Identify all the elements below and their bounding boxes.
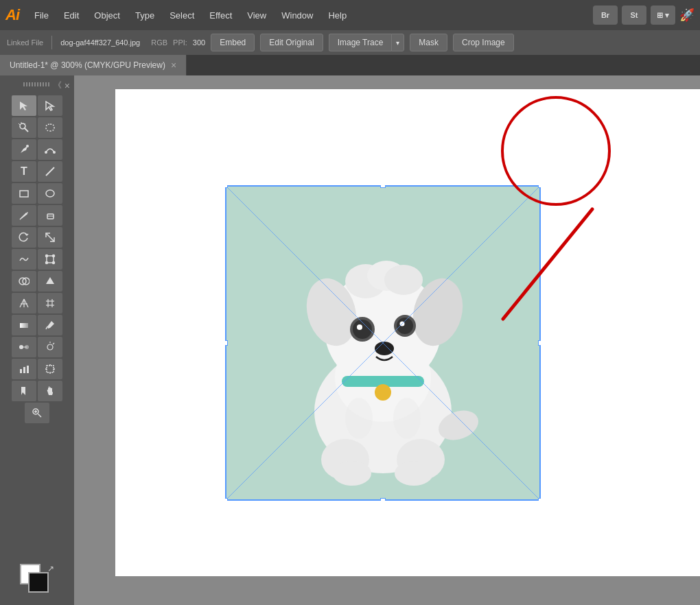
blend-tool-button[interactable] (12, 337, 36, 357)
rocket-icon: 🚀 (679, 8, 695, 23)
ppi-value: 300 (193, 38, 205, 47)
warp-tool-button[interactable] (12, 249, 36, 270)
wand-lasso-row (3, 117, 71, 138)
free-transform-button[interactable] (38, 249, 62, 270)
handle-top-left[interactable] (225, 185, 228, 188)
svg-point-76 (345, 398, 373, 439)
image-trace-group: Image Trace ▾ (329, 34, 405, 51)
svg-point-21 (53, 262, 55, 264)
scale-tool-button[interactable] (38, 227, 62, 248)
svg-point-69 (357, 324, 362, 330)
handle-top-mid[interactable] (380, 185, 386, 188)
menu-window[interactable]: Window (275, 8, 320, 23)
graph-artboard-row (3, 359, 71, 379)
symbol-sprayer-button[interactable] (38, 337, 62, 357)
pencil-tool-button[interactable] (12, 205, 36, 226)
document-tab[interactable]: Untitled-1* @ 300% (CMYK/GPU Preview) × (0, 55, 187, 75)
zoom-row (3, 403, 71, 423)
svg-line-13 (20, 218, 21, 220)
ellipse-tool-button[interactable] (38, 183, 62, 204)
rotate-tool-button[interactable] (12, 227, 36, 248)
image-container[interactable] (225, 185, 541, 501)
menu-effect[interactable]: Effect (202, 8, 239, 23)
mask-button[interactable]: Mask (410, 34, 447, 51)
eyedropper-button[interactable] (38, 315, 62, 335)
svg-point-72 (400, 322, 405, 327)
svg-line-34 (46, 327, 47, 329)
color-swatches-area: ↗ (20, 564, 54, 601)
menu-help[interactable]: Help (321, 8, 353, 23)
slice-tool-button[interactable] (12, 381, 36, 401)
curvature-tool-button[interactable] (38, 139, 62, 160)
direct-selection-tool-button[interactable] (38, 95, 62, 116)
shape-builder-button[interactable] (12, 271, 36, 292)
svg-marker-0 (20, 102, 27, 110)
toolbar-header: 《 × (3, 80, 71, 91)
eraser-tool-button[interactable] (38, 205, 62, 226)
svg-point-71 (397, 318, 413, 334)
hand-tool-button[interactable] (38, 381, 62, 401)
type-line-row: T (3, 161, 71, 182)
handle-top-right[interactable] (538, 185, 541, 188)
menu-select[interactable]: Select (163, 8, 201, 23)
svg-point-12 (46, 190, 54, 197)
menu-type[interactable]: Type (128, 8, 161, 23)
bridge-icon[interactable]: Br (593, 5, 618, 25)
svg-line-10 (46, 167, 54, 176)
color-mode-label: RGB (151, 38, 167, 47)
handle-bot-right[interactable] (538, 498, 541, 501)
color-swatch-pair: ↗ (20, 564, 54, 598)
background-color-swatch[interactable] (28, 572, 49, 593)
svg-point-8 (45, 151, 47, 154)
canvas-area (74, 75, 700, 605)
warp-transform-row (3, 249, 71, 270)
toolbar-close-button[interactable]: × (65, 80, 70, 91)
handle-mid-left[interactable] (225, 340, 228, 346)
column-graph-button[interactable] (12, 359, 36, 379)
type-tool-button[interactable]: T (12, 161, 36, 182)
lasso-tool-button[interactable] (38, 117, 62, 138)
perspective-mesh-row (3, 293, 71, 313)
svg-rect-33 (20, 323, 28, 328)
svg-line-25 (20, 299, 24, 307)
live-paint-button[interactable] (38, 271, 62, 292)
handle-bot-mid[interactable] (380, 498, 386, 501)
tab-close-button[interactable]: × (171, 60, 176, 71)
type-icon: T (21, 165, 27, 178)
menu-view[interactable]: View (240, 8, 273, 23)
menu-edit[interactable]: Edit (57, 8, 86, 23)
left-toolbar: 《 × (0, 75, 74, 605)
selection-tools-row (3, 95, 71, 116)
gradient-tool-button[interactable] (12, 315, 36, 335)
stock-icon[interactable]: St (622, 5, 646, 25)
workspace-switcher[interactable]: ⊞ ▾ (651, 5, 675, 25)
menu-object[interactable]: Object (87, 8, 127, 23)
menubar: Ai File Edit Object Type Select Effect V… (0, 0, 700, 30)
dog-svg (225, 185, 541, 501)
ppi-label: PPI: (173, 38, 187, 47)
magic-wand-tool-button[interactable] (12, 117, 36, 138)
handle-bot-left[interactable] (225, 498, 228, 501)
linked-file-label: Linked File (7, 38, 43, 47)
svg-rect-43 (23, 367, 25, 373)
edit-original-button[interactable]: Edit Original (260, 34, 323, 51)
artboard-tool-button[interactable] (38, 359, 62, 379)
pen-tools-row (3, 139, 71, 160)
embed-button[interactable]: Embed (211, 34, 255, 51)
crop-image-button[interactable]: Crop Image (453, 34, 514, 51)
toolbar-collapse-button[interactable]: 《 (54, 80, 62, 91)
zoom-tool-button[interactable] (25, 403, 49, 423)
tabbar: Untitled-1* @ 300% (CMYK/GPU Preview) × (0, 55, 700, 75)
pen-tool-button[interactable] (12, 139, 36, 160)
rect-tool-button[interactable] (12, 183, 36, 204)
handle-mid-right[interactable] (538, 340, 541, 346)
image-trace-dropdown[interactable]: ▾ (391, 34, 404, 51)
selection-tool-button[interactable] (12, 95, 36, 116)
dog-image (225, 185, 541, 501)
image-trace-button[interactable]: Image Trace (329, 34, 392, 51)
line-tool-button[interactable] (38, 161, 62, 182)
mesh-tool-button[interactable] (38, 293, 62, 313)
perspective-grid-button[interactable] (12, 293, 36, 313)
svg-point-38 (47, 344, 53, 350)
menu-file[interactable]: File (27, 8, 56, 23)
